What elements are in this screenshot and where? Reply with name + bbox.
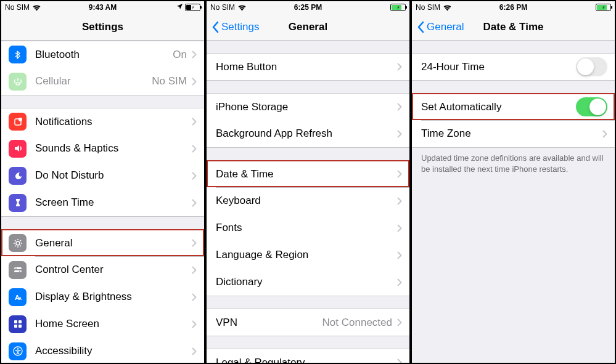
hourglass-icon [9,194,27,212]
cell-label: Screen Time [35,196,192,209]
svg-point-2 [16,241,20,245]
clock-time: 9:43 AM [89,3,117,12]
chevron-right-icon [192,172,197,180]
toggles-icon [9,261,27,279]
chevron-right-icon [192,347,197,355]
cell-sounds-haptics[interactable]: Sounds & Haptics [1,135,204,162]
charging-icon: ⚡︎ [191,5,195,10]
nav-bar: Settings General [207,14,409,41]
cell-set-automatically[interactable]: Set Automatically [412,93,615,120]
chevron-right-icon [397,63,402,71]
accessibility-icon [9,342,27,360]
cell-screen-time[interactable]: Screen Time [1,189,204,216]
settings-content[interactable]: BluetoothOnCellularNo SIM NotificationsS… [1,41,204,363]
footer-note: Updated time zone definitions are availa… [412,148,615,179]
back-button[interactable]: General [412,21,464,33]
antenna-icon [9,73,27,91]
cell-home-screen[interactable]: Home Screen [1,310,204,338]
bluetooth-icon [9,46,27,63]
cell-keyboard[interactable]: Keyboard [207,187,409,214]
page-title: Settings [82,21,123,33]
cell-accessibility[interactable]: Accessibility [1,338,204,363]
cell-control-center[interactable]: Control Center [1,256,204,283]
cell-label: Home Screen [35,318,192,330]
back-label: General [427,21,464,33]
cell-label: 24-Hour Time [421,61,576,73]
chevron-right-icon [192,266,197,274]
screen-general: No SIM 6:25 PM ⚡︎ Settings General Home … [205,0,411,364]
cell-label: Background App Refresh [216,127,397,140]
cell-language-region[interactable]: Language & Region [207,241,409,269]
chevron-right-icon [192,78,197,86]
svg-rect-10 [18,320,22,323]
location-icon [176,3,183,12]
cell-label: VPN [216,317,322,329]
svg-point-6 [19,271,20,272]
cell-label: Sounds & Haptics [35,142,192,155]
chevron-right-icon [602,130,607,138]
cell-label: Fonts [216,222,397,234]
screen-settings: No SIM 9:43 AM ⚡︎ Settings BluetoothOnCe… [0,0,205,364]
gear-icon [9,234,27,252]
page-title: General [289,21,327,33]
chevron-right-icon [192,199,197,207]
carrier-label: No SIM [5,3,30,12]
toggle-set-automatically[interactable] [576,97,607,116]
svg-text:A: A [18,296,22,301]
clock-time: 6:26 PM [499,3,527,12]
cell-date-time[interactable]: Date & Time [207,160,409,187]
chevron-right-icon [397,251,402,259]
chevron-right-icon [397,224,402,232]
cell-value: On [173,49,187,61]
cell-label: Control Center [35,264,192,276]
back-button[interactable]: Settings [207,21,259,33]
text-size-icon: AA [9,288,27,306]
carrier-label: No SIM [416,3,440,12]
cell-label: Date & Time [216,168,397,180]
cell-label: Home Button [216,61,397,73]
cell-vpn[interactable]: VPNNot Connected [207,309,409,336]
svg-rect-12 [18,325,22,328]
cell-iphone-storage[interactable]: iPhone Storage [207,93,409,120]
cell-label: Do Not Disturb [35,169,192,182]
cell-value: Not Connected [322,317,392,329]
toggle-24-hour-time[interactable] [576,57,607,76]
wifi-icon [237,4,247,11]
cell-label: Keyboard [216,195,397,207]
cell-cellular[interactable]: CellularNo SIM [1,68,204,95]
cell-do-not-disturb[interactable]: Do Not Disturb [1,162,204,189]
cell-legal-regulatory[interactable]: Legal & Regulatory [207,349,409,363]
cell-24-hour-time[interactable]: 24-Hour Time [412,53,615,80]
cell-display-brightness[interactable]: AADisplay & Brightness [1,283,204,310]
cell-value: No SIM [152,75,187,87]
cell-fonts[interactable]: Fonts [207,214,409,241]
cell-label: Language & Region [216,249,397,261]
cell-label: Bluetooth [35,49,173,61]
cell-home-button[interactable]: Home Button [207,53,409,80]
nav-bar: Settings [1,14,204,41]
cell-label: Time Zone [421,127,602,140]
chevron-right-icon [192,51,197,59]
cell-time-zone[interactable]: Time Zone [412,120,615,147]
cell-bluetooth[interactable]: BluetoothOn [1,41,204,68]
cell-label: Cellular [35,75,152,87]
cell-label: Legal & Regulatory [216,357,397,363]
cell-notifications[interactable]: Notifications [1,108,204,135]
cell-dictionary[interactable]: Dictionary [207,269,409,296]
date-time-content[interactable]: 24-Hour Time Set AutomaticallyTime Zone … [412,41,615,363]
cell-background-app-refresh[interactable]: Background App Refresh [207,120,409,147]
wifi-icon [443,4,452,11]
charging-icon: ⚡︎ [396,5,400,10]
cell-label: General [35,237,192,249]
svg-point-14 [17,348,18,350]
cell-label: Notifications [35,116,192,128]
cell-label: Dictionary [216,276,397,288]
chevron-right-icon [397,278,402,286]
chevron-right-icon [192,239,197,247]
screen-date-time: No SIM 6:26 PM ⚡︎ General Date & Time 24… [411,0,616,364]
cell-label: Accessibility [35,345,192,357]
chevron-right-icon [192,118,197,126]
cell-general[interactable]: General [1,229,204,256]
general-content[interactable]: Home Button iPhone StorageBackground App… [207,41,409,363]
chevron-right-icon [397,318,402,326]
